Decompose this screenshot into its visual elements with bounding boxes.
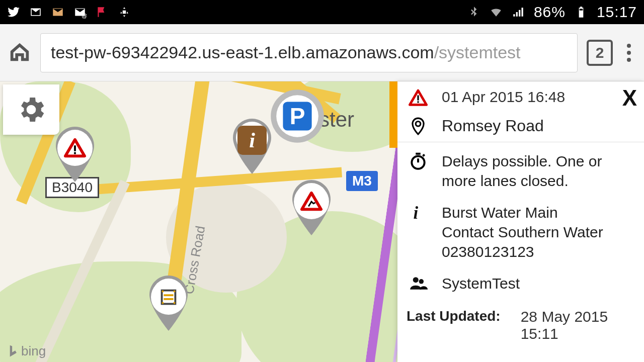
signal-icon bbox=[512, 6, 525, 19]
home-icon[interactable] bbox=[8, 40, 31, 65]
incident-timestamp: 01 Apr 2015 16:48 bbox=[442, 88, 565, 106]
close-button[interactable]: X bbox=[622, 85, 637, 111]
svg-point-21 bbox=[412, 156, 424, 169]
parking-sign-label: P bbox=[270, 103, 325, 130]
android-status-bar: @ 86% 15:17 bbox=[0, 0, 644, 24]
url-bar[interactable]: test-pw-693422942.us-east-1.elb.amazonaw… bbox=[40, 33, 578, 72]
map-attribution: bing bbox=[7, 343, 46, 359]
map-pin-info[interactable]: i bbox=[230, 119, 274, 174]
svg-rect-19 bbox=[417, 101, 419, 103]
incident-desc-line3: 02380123123 bbox=[442, 242, 635, 261]
status-clock: 15:17 bbox=[597, 4, 637, 21]
svg-rect-1 bbox=[580, 9, 583, 11]
svg-point-17 bbox=[174, 302, 176, 304]
motorway-shield-m3: M3 bbox=[346, 171, 378, 191]
incident-panel-body: Delays possible. One or more lanes close… bbox=[397, 142, 644, 342]
location-pin-icon bbox=[407, 117, 430, 136]
browser-menu-button[interactable] bbox=[622, 44, 636, 62]
incident-source: SystemTest bbox=[442, 274, 635, 293]
incident-desc-line2: Contact Southern Water bbox=[442, 222, 635, 242]
svg-point-20 bbox=[416, 122, 421, 127]
status-right: 86% 15:17 bbox=[467, 4, 637, 21]
roadworks-triangle-icon bbox=[300, 190, 323, 213]
svg-rect-11 bbox=[162, 291, 176, 304]
map-pin-sensor[interactable] bbox=[147, 276, 190, 331]
browser-toolbar: test-pw-693422942.us-east-1.elb.amazonaw… bbox=[0, 24, 644, 81]
svg-point-23 bbox=[413, 277, 419, 283]
svg-point-14 bbox=[162, 291, 164, 293]
battery-percent: 86% bbox=[534, 4, 566, 21]
url-path: /systemtest bbox=[434, 43, 521, 62]
mail-icon bbox=[51, 6, 64, 19]
map-settings-button[interactable] bbox=[3, 84, 59, 135]
map-pin-warning-1[interactable] bbox=[53, 127, 97, 182]
warning-triangle-icon bbox=[63, 137, 87, 160]
bing-logo-icon bbox=[7, 344, 18, 358]
tab-count: 2 bbox=[596, 44, 604, 61]
url-host: test-pw-693422942.us-east-1.elb.amazonaw… bbox=[51, 43, 434, 62]
svg-point-15 bbox=[174, 291, 176, 293]
battery-icon bbox=[575, 6, 588, 19]
twitter-icon bbox=[7, 6, 20, 19]
last-updated-date: 28 May 2015 bbox=[521, 308, 608, 325]
mail-at-icon: @ bbox=[73, 6, 87, 19]
svg-rect-18 bbox=[417, 95, 419, 100]
flag-icon bbox=[96, 6, 109, 19]
svg-text:i: i bbox=[414, 203, 419, 222]
gear-icon bbox=[15, 94, 47, 126]
svg-point-16 bbox=[162, 302, 164, 304]
incident-last-updated: Last Updated: 28 May 2015 15:11 bbox=[407, 305, 635, 342]
svg-rect-12 bbox=[164, 294, 173, 296]
page-content: ster Cross Road B3040 M3 P i bbox=[0, 81, 644, 362]
tab-count-button[interactable]: 2 bbox=[587, 40, 613, 66]
info-sign-label: i bbox=[249, 128, 255, 152]
map-pin-roadworks[interactable] bbox=[290, 180, 333, 235]
status-left: @ bbox=[7, 6, 131, 19]
stopwatch-icon bbox=[407, 151, 430, 170]
info-italic-icon: i bbox=[407, 203, 430, 222]
map-pin-parking[interactable]: P bbox=[270, 88, 325, 144]
warning-triangle-icon bbox=[407, 88, 430, 108]
svg-point-24 bbox=[419, 279, 424, 284]
incident-panel: X 01 Apr 2015 16:48 Romsey Road Delays p… bbox=[397, 81, 644, 362]
svg-rect-13 bbox=[164, 298, 173, 300]
incident-delay-text: Delays possible. One or more lanes close… bbox=[442, 151, 635, 191]
last-updated-label: Last Updated: bbox=[407, 308, 501, 324]
recycle-icon bbox=[118, 6, 131, 19]
svg-rect-7 bbox=[74, 145, 76, 151]
incident-panel-header: X 01 Apr 2015 16:48 Romsey Road bbox=[397, 81, 644, 142]
incident-desc-line1: Burst Water Main bbox=[442, 203, 635, 222]
incident-location: Romsey Road bbox=[442, 117, 544, 135]
svg-rect-8 bbox=[74, 152, 76, 154]
map-canvas[interactable]: ster Cross Road B3040 M3 P i bbox=[0, 81, 397, 362]
incident-severity-strip bbox=[389, 81, 397, 148]
last-updated-time: 15:11 bbox=[521, 325, 608, 342]
sensor-icon bbox=[157, 286, 180, 309]
wifi-icon bbox=[490, 6, 503, 19]
svg-text:@: @ bbox=[82, 13, 87, 19]
gmail-icon bbox=[29, 6, 42, 19]
map-attribution-text: bing bbox=[21, 343, 46, 359]
bluetooth-icon bbox=[467, 6, 480, 19]
incident-description: Burst Water Main Contact Southern Water … bbox=[442, 203, 635, 261]
people-icon bbox=[407, 274, 430, 293]
